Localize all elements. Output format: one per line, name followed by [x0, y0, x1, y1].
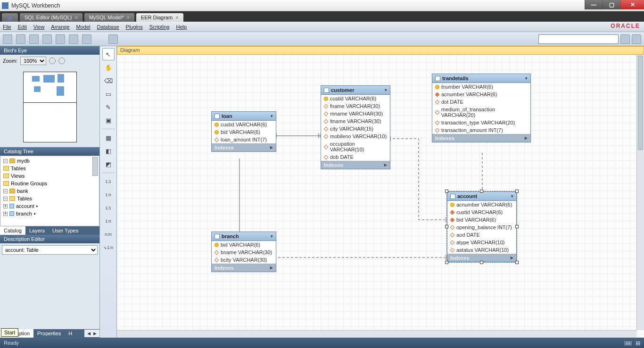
zoom-in-icon[interactable] [49, 58, 56, 64]
collapse-icon[interactable]: ▾ [525, 76, 528, 81]
collapse-icon[interactable]: ▾ [271, 234, 273, 239]
maximize-button[interactable]: ▢ [603, 0, 620, 9]
menu-edit[interactable]: Edit [18, 24, 27, 30]
tab-properties[interactable]: Properties [33, 329, 65, 338]
vertical-scrollbar[interactable] [636, 55, 644, 330]
tree-folder-routines[interactable]: Routine Groups [11, 180, 47, 187]
entity-loan[interactable]: loan▾ custid VARCHAR(6) bid VARCHAR(6) l… [211, 111, 276, 152]
rel-1-1-id-tool[interactable]: 1:1 [102, 202, 115, 214]
entity-account[interactable]: account▾ acnumber VARCHAR(6) custid VARC… [447, 191, 517, 262]
menu-view[interactable]: View [33, 24, 45, 30]
catalog-tree[interactable]: −mydb Tables Views Routine Groups −bank … [0, 156, 99, 226]
table-tool[interactable]: ▦ [102, 132, 115, 144]
indexes-label[interactable]: Indexes [435, 135, 454, 141]
expander-icon[interactable]: + [3, 204, 8, 208]
selection-handle[interactable] [445, 190, 448, 193]
expander-icon[interactable]: − [3, 189, 8, 193]
search-input[interactable] [538, 34, 619, 44]
save-button[interactable] [29, 34, 39, 44]
menu-file[interactable]: File [3, 24, 11, 30]
menu-scripting[interactable]: Scripting [149, 24, 170, 30]
search-options-button[interactable] [632, 34, 641, 44]
close-button[interactable]: ✕ [620, 0, 644, 9]
tree-folder-tables[interactable]: Tables [17, 195, 32, 202]
menu-arrange[interactable]: Arrange [51, 24, 69, 30]
rel-1-n-tool[interactable]: 1:n [102, 189, 115, 201]
hand-tool[interactable]: ✋ [102, 61, 115, 74]
selection-handle[interactable] [515, 190, 519, 193]
tree-folder-views[interactable]: Views [11, 172, 25, 180]
zoom-out-icon[interactable] [58, 58, 65, 64]
sql-editor-tab[interactable]: SQL Editor (MySQL)× [20, 13, 83, 22]
status-icon[interactable]: ▤ [636, 340, 640, 346]
tab-catalog[interactable]: Catalog [0, 226, 25, 235]
mysql-model-tab[interactable]: MySQL Model*× [84, 13, 134, 22]
tab-close-icon[interactable]: × [175, 15, 178, 20]
tree-db-bank[interactable]: bank [17, 187, 28, 195]
export-button[interactable] [108, 34, 118, 44]
entity-customer[interactable]: customer▾ custid VARCHAR(6) fname VARCHA… [321, 85, 390, 169]
expander-icon[interactable]: + [3, 212, 8, 216]
birdseye-preview[interactable] [0, 67, 99, 147]
indexes-label[interactable]: Indexes [215, 145, 234, 150]
selection-handle[interactable] [515, 261, 519, 264]
catalog-scrollbar[interactable] [92, 157, 98, 176]
tab-close-icon[interactable]: × [126, 15, 129, 20]
indexes-label[interactable]: Indexes [324, 162, 343, 168]
note-tool[interactable]: ✎ [102, 101, 115, 113]
pointer-tool[interactable]: ↖ [102, 48, 115, 60]
new-file-button[interactable] [3, 34, 12, 44]
home-tab[interactable] [2, 13, 18, 22]
tab-close-icon[interactable]: × [74, 15, 77, 20]
nav-left-icon[interactable]: ◄ [86, 331, 91, 336]
menu-help[interactable]: Help [176, 24, 187, 30]
desc-object-select[interactable]: account: Table [2, 245, 98, 255]
tab-layers[interactable]: Layers [25, 226, 49, 235]
selection-handle[interactable] [445, 225, 448, 228]
eraser-tool[interactable]: ⌫ [102, 75, 115, 87]
image-tool[interactable]: ▣ [102, 114, 115, 126]
selection-handle[interactable] [480, 261, 483, 264]
collapse-icon[interactable]: ▾ [511, 194, 513, 199]
diagram-canvas[interactable]: loan▾ custid VARCHAR(6) bid VARCHAR(6) l… [117, 55, 644, 338]
indexes-label[interactable]: Indexes [215, 265, 234, 271]
collapse-icon[interactable]: ▾ [385, 88, 387, 92]
eer-diagram-tab[interactable]: EER Diagram× [136, 13, 183, 22]
status-icon[interactable]: |▤| [624, 340, 632, 346]
horizontal-scrollbar[interactable] [117, 330, 636, 338]
routine-tool[interactable]: ◩ [102, 158, 115, 170]
grid-button[interactable] [69, 34, 78, 44]
open-file-button[interactable] [16, 34, 25, 44]
redo-button[interactable] [56, 34, 65, 44]
rel-n-m-tool[interactable]: n:m [102, 228, 115, 240]
expander-icon[interactable]: − [3, 159, 8, 163]
selection-handle[interactable] [445, 261, 448, 264]
rel-1-1-tool[interactable]: 1:1 [102, 175, 115, 188]
nav-right-icon[interactable]: ► [92, 331, 98, 336]
indexes-label[interactable]: Indexes [450, 255, 470, 261]
tab-history[interactable]: H [65, 329, 76, 338]
collapse-icon[interactable]: ▾ [271, 114, 273, 118]
selection-handle[interactable] [515, 225, 519, 228]
menu-plugins[interactable]: Plugins [126, 24, 143, 30]
tab-usertypes[interactable]: User Types [49, 226, 82, 235]
entity-trandetails[interactable]: trandetails▾ tnumber VARCHAR(6) acnumber… [432, 74, 531, 142]
tree-table-branch[interactable]: branch [16, 210, 32, 217]
zoom-select[interactable]: 100% [20, 57, 46, 65]
search-button[interactable] [620, 34, 630, 44]
rel-place-tool[interactable]: ↘1:n [102, 241, 115, 254]
entity-branch[interactable]: branch▾ bid VARCHAR(6) bname VARCHAR(30)… [211, 232, 276, 272]
layer-tool[interactable]: ▭ [102, 88, 115, 100]
align-button[interactable] [82, 34, 91, 44]
undo-button[interactable] [42, 34, 52, 44]
selection-handle[interactable] [480, 190, 483, 193]
tree-table-account[interactable]: account [16, 202, 34, 210]
menu-model[interactable]: Model [76, 24, 91, 30]
rel-1-n-id-tool[interactable]: 1:n [102, 215, 115, 227]
view-tool[interactable]: ◧ [102, 145, 115, 157]
minimize-button[interactable]: — [585, 0, 603, 9]
tree-folder-tables[interactable]: Tables [11, 165, 26, 172]
tree-db-mydb[interactable]: mydb [17, 157, 30, 165]
expander-icon[interactable]: − [3, 197, 8, 201]
menu-database[interactable]: Database [97, 24, 119, 30]
